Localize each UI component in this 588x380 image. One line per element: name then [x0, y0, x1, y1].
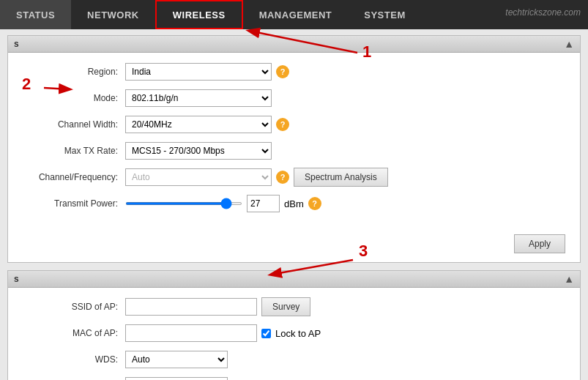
section2-header: s ▲	[8, 271, 580, 288]
region-select[interactable]: India USA Europe Japan	[125, 63, 272, 81]
mode-row: Mode: 802.11b/g/n 802.11b/g 802.11n	[23, 88, 565, 108]
wds-control: Auto Disable Enable	[125, 351, 228, 368]
mac-input[interactable]	[125, 324, 257, 342]
section1-collapse-btn[interactable]: ▲	[564, 39, 574, 49]
mode-control: 802.11b/g/n 802.11b/g 802.11n	[125, 89, 272, 107]
channel-width-row: Channel Width: 20/40MHz 20MHz 40MHz ?	[23, 114, 565, 135]
security-mode-select[interactable]: None WEP WPA WPA2	[125, 377, 228, 380]
page-wrapper: STATUS NETWORK WIRELESS MANAGEMENT SYSTE…	[0, 0, 588, 380]
mac-control: Lock to AP	[125, 324, 321, 342]
ssid-row: SSID of AP: Survey	[23, 297, 565, 317]
section2-panel: s ▲ SSID of AP: Survey MAC of AP:	[7, 270, 581, 380]
ssid-control: Survey	[125, 297, 310, 316]
section1-body: Region: India USA Europe Japan ? Mode:	[8, 53, 580, 228]
wds-label: WDS:	[23, 354, 125, 365]
survey-btn[interactable]: Survey	[261, 297, 310, 316]
section2-collapse-btn[interactable]: ▲	[564, 274, 574, 284]
channel-width-select[interactable]: 20/40MHz 20MHz 40MHz	[125, 116, 272, 133]
region-row: Region: India USA Europe Japan ?	[23, 62, 565, 82]
nav-system[interactable]: SYSTEM	[348, 0, 421, 29]
region-help-icon[interactable]: ?	[276, 65, 289, 78]
lock-to-ap-label: Lock to AP	[275, 328, 321, 339]
security-mode-row: Security Mode: None WEP WPA WPA2	[23, 376, 565, 380]
nav-status[interactable]: STATUS	[0, 0, 71, 29]
transmit-power-label: Transmit Power:	[23, 198, 125, 209]
channel-freq-control: Auto 1 2 ? Spectrum Analysis	[125, 168, 388, 187]
channel-freq-help-icon[interactable]: ?	[276, 171, 289, 184]
max-tx-rate-control: MCS15 - 270/300 Mbps MCS7 - 150/150 Mbps	[125, 142, 272, 160]
nav-network[interactable]: NETWORK	[71, 0, 155, 29]
lock-to-ap-checkbox[interactable]	[261, 329, 271, 338]
section2-title: s	[14, 274, 19, 284]
section1-panel: s ▲ Region: India USA Europe Japan ?	[7, 35, 581, 263]
transmit-power-input[interactable]	[247, 195, 280, 212]
mac-label: MAC of AP:	[23, 328, 125, 338]
transmit-power-row: Transmit Power: dBm ?	[23, 193, 565, 214]
section1-title: s	[14, 39, 19, 49]
nav-management[interactable]: MANAGEMENT	[243, 0, 349, 29]
channel-width-help-icon[interactable]: ?	[276, 118, 289, 131]
max-tx-rate-row: Max TX Rate: MCS15 - 270/300 Mbps MCS7 -…	[23, 141, 565, 161]
channel-freq-select[interactable]: Auto 1 2	[125, 168, 272, 186]
channel-freq-label: Channel/Frequency:	[23, 172, 125, 182]
max-tx-rate-select[interactable]: MCS15 - 270/300 Mbps MCS7 - 150/150 Mbps	[125, 142, 272, 160]
mode-select[interactable]: 802.11b/g/n 802.11b/g 802.11n	[125, 89, 272, 107]
watermark: techtrickszone.com	[505, 7, 581, 18]
transmit-power-slider[interactable]	[125, 202, 242, 205]
section1-apply-row: Apply	[8, 228, 580, 262]
ssid-label: SSID of AP:	[23, 302, 125, 312]
section1-apply-btn[interactable]: Apply	[514, 234, 565, 253]
section1-header: s ▲	[8, 36, 580, 53]
wds-row: WDS: Auto Disable Enable	[23, 349, 565, 370]
section2-body: SSID of AP: Survey MAC of AP: Lock to AP	[8, 288, 580, 380]
transmit-power-help-icon[interactable]: ?	[308, 197, 321, 210]
region-control: India USA Europe Japan ?	[125, 63, 289, 81]
spectrum-analysis-btn[interactable]: Spectrum Analysis	[294, 168, 388, 187]
nav-wireless[interactable]: WIRELESS	[155, 0, 243, 29]
channel-width-label: Channel Width:	[23, 119, 125, 130]
region-label: Region:	[23, 67, 125, 77]
max-tx-rate-label: Max TX Rate:	[23, 146, 125, 156]
wds-select[interactable]: Auto Disable Enable	[125, 351, 228, 368]
mode-label: Mode:	[23, 93, 125, 103]
main-content: s ▲ Region: India USA Europe Japan ?	[0, 29, 588, 380]
ssid-input[interactable]	[125, 298, 257, 316]
transmit-power-control: dBm ?	[125, 195, 321, 212]
mac-row: MAC of AP: Lock to AP	[23, 323, 565, 343]
channel-width-control: 20/40MHz 20MHz 40MHz ?	[125, 116, 289, 133]
channel-freq-row: Channel/Frequency: Auto 1 2 ? Spectrum A…	[23, 167, 565, 187]
nav-bar: STATUS NETWORK WIRELESS MANAGEMENT SYSTE…	[0, 0, 588, 29]
transmit-power-unit: dBm	[284, 198, 304, 209]
security-mode-control: None WEP WPA WPA2	[125, 377, 228, 380]
